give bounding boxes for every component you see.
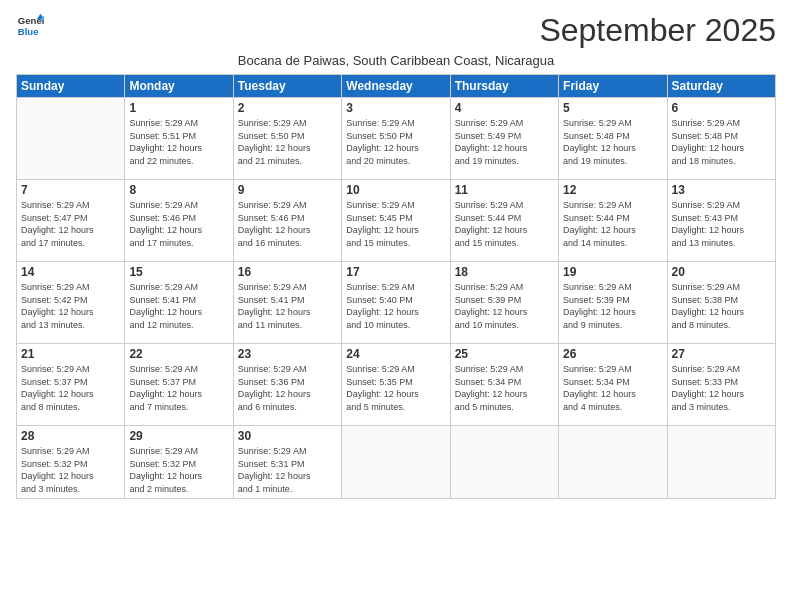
day-info: Sunrise: 5:29 AM Sunset: 5:34 PM Dayligh… bbox=[455, 363, 554, 413]
header: General Blue September 2025 bbox=[16, 12, 776, 49]
table-row: 14Sunrise: 5:29 AM Sunset: 5:42 PM Dayli… bbox=[17, 262, 125, 344]
day-info: Sunrise: 5:29 AM Sunset: 5:50 PM Dayligh… bbox=[346, 117, 445, 167]
header-thursday: Thursday bbox=[450, 75, 558, 98]
logo: General Blue bbox=[16, 12, 44, 40]
day-number: 18 bbox=[455, 265, 554, 279]
day-info: Sunrise: 5:29 AM Sunset: 5:32 PM Dayligh… bbox=[21, 445, 120, 495]
day-number: 5 bbox=[563, 101, 662, 115]
table-row: 11Sunrise: 5:29 AM Sunset: 5:44 PM Dayli… bbox=[450, 180, 558, 262]
calendar: Sunday Monday Tuesday Wednesday Thursday… bbox=[16, 74, 776, 499]
day-info: Sunrise: 5:29 AM Sunset: 5:34 PM Dayligh… bbox=[563, 363, 662, 413]
day-number: 24 bbox=[346, 347, 445, 361]
calendar-header-row: Sunday Monday Tuesday Wednesday Thursday… bbox=[17, 75, 776, 98]
day-info: Sunrise: 5:29 AM Sunset: 5:42 PM Dayligh… bbox=[21, 281, 120, 331]
day-number: 21 bbox=[21, 347, 120, 361]
day-number: 13 bbox=[672, 183, 771, 197]
table-row: 9Sunrise: 5:29 AM Sunset: 5:46 PM Daylig… bbox=[233, 180, 341, 262]
day-info: Sunrise: 5:29 AM Sunset: 5:31 PM Dayligh… bbox=[238, 445, 337, 495]
header-sunday: Sunday bbox=[17, 75, 125, 98]
day-number: 20 bbox=[672, 265, 771, 279]
table-row: 6Sunrise: 5:29 AM Sunset: 5:48 PM Daylig… bbox=[667, 98, 775, 180]
table-row bbox=[342, 426, 450, 499]
day-number: 29 bbox=[129, 429, 228, 443]
day-number: 11 bbox=[455, 183, 554, 197]
day-info: Sunrise: 5:29 AM Sunset: 5:39 PM Dayligh… bbox=[563, 281, 662, 331]
location-title: Bocana de Paiwas, South Caribbean Coast,… bbox=[16, 53, 776, 68]
table-row: 3Sunrise: 5:29 AM Sunset: 5:50 PM Daylig… bbox=[342, 98, 450, 180]
day-info: Sunrise: 5:29 AM Sunset: 5:39 PM Dayligh… bbox=[455, 281, 554, 331]
table-row bbox=[667, 426, 775, 499]
day-number: 28 bbox=[21, 429, 120, 443]
day-number: 22 bbox=[129, 347, 228, 361]
table-row: 29Sunrise: 5:29 AM Sunset: 5:32 PM Dayli… bbox=[125, 426, 233, 499]
day-info: Sunrise: 5:29 AM Sunset: 5:41 PM Dayligh… bbox=[129, 281, 228, 331]
table-row: 28Sunrise: 5:29 AM Sunset: 5:32 PM Dayli… bbox=[17, 426, 125, 499]
day-number: 26 bbox=[563, 347, 662, 361]
day-number: 14 bbox=[21, 265, 120, 279]
month-title: September 2025 bbox=[539, 12, 776, 49]
header-wednesday: Wednesday bbox=[342, 75, 450, 98]
table-row: 15Sunrise: 5:29 AM Sunset: 5:41 PM Dayli… bbox=[125, 262, 233, 344]
page: General Blue September 2025 Bocana de Pa… bbox=[0, 0, 792, 612]
table-row: 24Sunrise: 5:29 AM Sunset: 5:35 PM Dayli… bbox=[342, 344, 450, 426]
day-number: 3 bbox=[346, 101, 445, 115]
day-info: Sunrise: 5:29 AM Sunset: 5:36 PM Dayligh… bbox=[238, 363, 337, 413]
day-number: 27 bbox=[672, 347, 771, 361]
day-info: Sunrise: 5:29 AM Sunset: 5:40 PM Dayligh… bbox=[346, 281, 445, 331]
day-number: 30 bbox=[238, 429, 337, 443]
table-row: 7Sunrise: 5:29 AM Sunset: 5:47 PM Daylig… bbox=[17, 180, 125, 262]
day-info: Sunrise: 5:29 AM Sunset: 5:43 PM Dayligh… bbox=[672, 199, 771, 249]
table-row: 13Sunrise: 5:29 AM Sunset: 5:43 PM Dayli… bbox=[667, 180, 775, 262]
logo-icon: General Blue bbox=[16, 12, 44, 40]
table-row: 19Sunrise: 5:29 AM Sunset: 5:39 PM Dayli… bbox=[559, 262, 667, 344]
table-row: 2Sunrise: 5:29 AM Sunset: 5:50 PM Daylig… bbox=[233, 98, 341, 180]
day-number: 8 bbox=[129, 183, 228, 197]
day-info: Sunrise: 5:29 AM Sunset: 5:46 PM Dayligh… bbox=[238, 199, 337, 249]
day-number: 17 bbox=[346, 265, 445, 279]
day-info: Sunrise: 5:29 AM Sunset: 5:37 PM Dayligh… bbox=[21, 363, 120, 413]
day-number: 7 bbox=[21, 183, 120, 197]
day-number: 15 bbox=[129, 265, 228, 279]
header-saturday: Saturday bbox=[667, 75, 775, 98]
day-info: Sunrise: 5:29 AM Sunset: 5:46 PM Dayligh… bbox=[129, 199, 228, 249]
day-number: 2 bbox=[238, 101, 337, 115]
table-row: 27Sunrise: 5:29 AM Sunset: 5:33 PM Dayli… bbox=[667, 344, 775, 426]
day-info: Sunrise: 5:29 AM Sunset: 5:48 PM Dayligh… bbox=[672, 117, 771, 167]
table-row: 17Sunrise: 5:29 AM Sunset: 5:40 PM Dayli… bbox=[342, 262, 450, 344]
day-info: Sunrise: 5:29 AM Sunset: 5:47 PM Dayligh… bbox=[21, 199, 120, 249]
table-row: 30Sunrise: 5:29 AM Sunset: 5:31 PM Dayli… bbox=[233, 426, 341, 499]
table-row: 12Sunrise: 5:29 AM Sunset: 5:44 PM Dayli… bbox=[559, 180, 667, 262]
table-row bbox=[17, 98, 125, 180]
day-info: Sunrise: 5:29 AM Sunset: 5:50 PM Dayligh… bbox=[238, 117, 337, 167]
day-number: 12 bbox=[563, 183, 662, 197]
day-info: Sunrise: 5:29 AM Sunset: 5:51 PM Dayligh… bbox=[129, 117, 228, 167]
day-number: 6 bbox=[672, 101, 771, 115]
table-row: 25Sunrise: 5:29 AM Sunset: 5:34 PM Dayli… bbox=[450, 344, 558, 426]
table-row: 23Sunrise: 5:29 AM Sunset: 5:36 PM Dayli… bbox=[233, 344, 341, 426]
table-row: 20Sunrise: 5:29 AM Sunset: 5:38 PM Dayli… bbox=[667, 262, 775, 344]
day-info: Sunrise: 5:29 AM Sunset: 5:38 PM Dayligh… bbox=[672, 281, 771, 331]
day-info: Sunrise: 5:29 AM Sunset: 5:32 PM Dayligh… bbox=[129, 445, 228, 495]
table-row: 18Sunrise: 5:29 AM Sunset: 5:39 PM Dayli… bbox=[450, 262, 558, 344]
table-row bbox=[559, 426, 667, 499]
day-info: Sunrise: 5:29 AM Sunset: 5:44 PM Dayligh… bbox=[563, 199, 662, 249]
day-number: 9 bbox=[238, 183, 337, 197]
table-row bbox=[450, 426, 558, 499]
svg-text:Blue: Blue bbox=[18, 26, 39, 37]
day-number: 10 bbox=[346, 183, 445, 197]
table-row: 26Sunrise: 5:29 AM Sunset: 5:34 PM Dayli… bbox=[559, 344, 667, 426]
day-info: Sunrise: 5:29 AM Sunset: 5:37 PM Dayligh… bbox=[129, 363, 228, 413]
table-row: 4Sunrise: 5:29 AM Sunset: 5:49 PM Daylig… bbox=[450, 98, 558, 180]
table-row: 22Sunrise: 5:29 AM Sunset: 5:37 PM Dayli… bbox=[125, 344, 233, 426]
table-row: 8Sunrise: 5:29 AM Sunset: 5:46 PM Daylig… bbox=[125, 180, 233, 262]
table-row: 5Sunrise: 5:29 AM Sunset: 5:48 PM Daylig… bbox=[559, 98, 667, 180]
table-row: 1Sunrise: 5:29 AM Sunset: 5:51 PM Daylig… bbox=[125, 98, 233, 180]
day-info: Sunrise: 5:29 AM Sunset: 5:44 PM Dayligh… bbox=[455, 199, 554, 249]
day-number: 1 bbox=[129, 101, 228, 115]
day-number: 16 bbox=[238, 265, 337, 279]
header-friday: Friday bbox=[559, 75, 667, 98]
table-row: 16Sunrise: 5:29 AM Sunset: 5:41 PM Dayli… bbox=[233, 262, 341, 344]
header-monday: Monday bbox=[125, 75, 233, 98]
table-row: 10Sunrise: 5:29 AM Sunset: 5:45 PM Dayli… bbox=[342, 180, 450, 262]
day-number: 19 bbox=[563, 265, 662, 279]
